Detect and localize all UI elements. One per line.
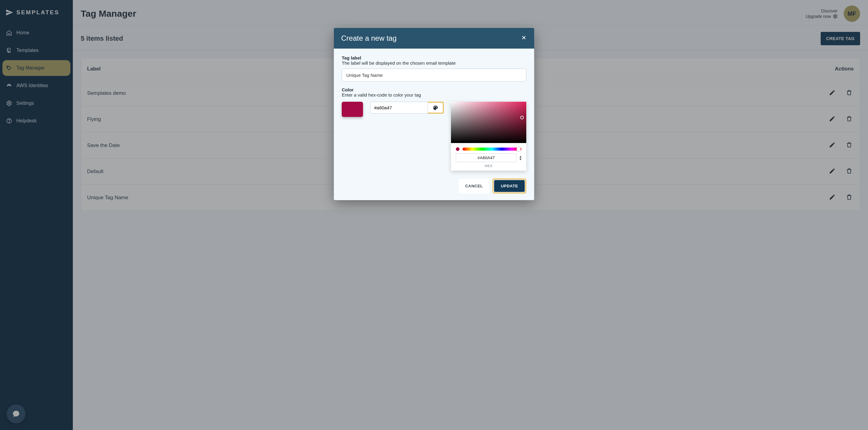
- color-desc: Enter a valid hex-code to color your tag: [342, 92, 526, 97]
- hue-slider[interactable]: [463, 148, 521, 151]
- saturation-cursor[interactable]: [520, 116, 524, 119]
- saturation-area[interactable]: [451, 102, 526, 143]
- hex-input[interactable]: [370, 102, 428, 114]
- close-icon: [521, 35, 527, 41]
- modal-overlay: Create a new tag Tag label The label wil…: [0, 0, 868, 430]
- tag-label-desc: The label will be displayed on the chose…: [342, 60, 526, 65]
- cancel-button[interactable]: CANCEL: [459, 178, 490, 194]
- tag-label-input[interactable]: [342, 68, 526, 82]
- hue-thumb[interactable]: [517, 147, 521, 151]
- create-tag-dialog: Create a new tag Tag label The label wil…: [334, 28, 534, 200]
- color-picker: ▴ ▾ HEX: [451, 102, 526, 171]
- dialog-title: Create a new tag: [341, 34, 397, 42]
- picker-hex-input[interactable]: [456, 153, 517, 162]
- update-button[interactable]: UPDATE: [494, 180, 525, 192]
- close-button[interactable]: [521, 35, 527, 42]
- format-toggle[interactable]: ▴ ▾: [520, 155, 521, 160]
- palette-icon: [432, 105, 439, 111]
- picker-hex-label: HEX: [451, 164, 526, 168]
- chevron-down-icon: ▾: [520, 158, 521, 160]
- current-color-dot: [456, 147, 460, 151]
- tag-label-title: Tag label: [342, 55, 526, 60]
- color-title: Color: [342, 87, 526, 92]
- color-swatch: [342, 102, 363, 117]
- palette-button[interactable]: [428, 102, 444, 114]
